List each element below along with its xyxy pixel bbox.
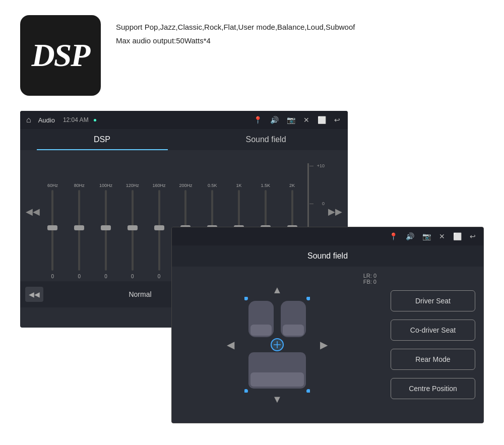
eq-band-60Hz: 60Hz0 — [40, 183, 65, 279]
tab-soundfield-label: Sound field — [245, 135, 286, 144]
freq-label-200Hz: 200Hz — [179, 183, 192, 188]
freq-label-1.5K: 1.5K — [261, 183, 271, 188]
val-label-160Hz: 0 — [158, 274, 161, 279]
slider-thumb-60Hz[interactable] — [47, 225, 57, 230]
slider-track-120Hz — [132, 190, 134, 271]
sf-tab-label: Sound field — [307, 251, 348, 261]
dsp-description: Support Pop,Jazz,Classic,Rock,Flat,User … — [116, 15, 355, 47]
soundfield-screen: 📍 🔊 📷 ✕ ⬜ ↩ Sound field LR: 0 FB: 0 ▲ ▼ — [171, 227, 484, 423]
freq-label-0.5K: 0.5K — [208, 183, 217, 188]
svg-rect-5 — [250, 372, 304, 387]
arrow-up[interactable]: ▲ — [272, 284, 282, 296]
camera-icon[interactable]: 📷 — [287, 116, 295, 124]
sf-content: LR: 0 FB: 0 ▲ ▼ ◀ ▶ — [172, 267, 483, 423]
sf-window-icon[interactable]: ⬜ — [453, 232, 462, 240]
svg-rect-3 — [283, 325, 304, 336]
tab-dsp-label: DSP — [94, 135, 110, 144]
eq-band-80Hz: 80Hz0 — [67, 183, 92, 279]
home-icon[interactable]: ⌂ — [26, 115, 31, 124]
sf-status-bar: 📍 🔊 📷 ✕ ⬜ ↩ — [172, 227, 483, 245]
svg-point-8 — [244, 389, 248, 393]
freq-label-120Hz: 120Hz — [126, 183, 139, 188]
co-driver-seat-button[interactable]: Co-driver Seat — [391, 320, 475, 341]
sf-camera-icon[interactable]: 📷 — [422, 232, 431, 240]
freq-label-60Hz: 60Hz — [47, 183, 58, 188]
dsp-tab-bar: DSP Sound field — [20, 129, 348, 150]
screens-container: ⌂ Audio 12:04 AM 📍 🔊 📷 ✕ ⬜ ↩ DSP Sound f… — [20, 111, 484, 423]
arrow-down[interactable]: ▼ — [272, 394, 282, 405]
sf-location-icon[interactable]: 📍 — [389, 232, 398, 240]
back-icon[interactable]: ↩ — [334, 116, 340, 124]
top-section: DSP Support Pop,Jazz,Classic,Rock,Flat,U… — [0, 0, 504, 106]
audio-title: Audio — [38, 116, 55, 124]
dsp-status-bar: ⌂ Audio 12:04 AM 📍 🔊 📷 ✕ ⬜ ↩ — [20, 111, 348, 129]
slider-track-160Hz — [158, 190, 160, 271]
sf-car-diagram: ▲ ▼ ◀ ▶ — [227, 284, 328, 405]
val-label-120Hz: 0 — [131, 274, 134, 279]
sf-coords: LR: 0 FB: 0 — [363, 273, 376, 285]
volume-icon[interactable]: 🔊 — [270, 116, 279, 124]
val-label-100Hz: 0 — [104, 274, 107, 279]
eq-prev-button[interactable]: ◀◀ — [25, 287, 43, 302]
sf-back-icon[interactable]: ↩ — [470, 232, 476, 240]
window-icon[interactable]: ⬜ — [318, 116, 326, 124]
dsp-logo-text: DSP — [32, 37, 90, 74]
svg-point-6 — [244, 297, 248, 300]
location-icon[interactable]: 📍 — [254, 116, 262, 124]
car-seats-svg — [244, 297, 310, 393]
eq-band-160Hz: 160Hz0 — [147, 183, 171, 279]
dsp-logo: DSP — [20, 15, 101, 96]
driver-seat-button[interactable]: Driver Seat — [391, 290, 475, 311]
close-icon[interactable]: ✕ — [303, 116, 309, 124]
freq-label-1K: 1K — [236, 183, 241, 188]
arrow-left[interactable]: ◀ — [227, 339, 234, 351]
slider-track-80Hz — [78, 190, 80, 271]
slider-thumb-100Hz[interactable] — [101, 225, 111, 230]
slider-thumb-80Hz[interactable] — [74, 225, 84, 230]
freq-label-2K: 2K — [289, 183, 295, 188]
tab-dsp[interactable]: DSP — [20, 129, 184, 150]
sf-close-icon[interactable]: ✕ — [439, 232, 445, 240]
sf-buttons: Driver Seat Co-driver Seat Rear Mode Cen… — [383, 267, 483, 423]
status-dot — [94, 119, 96, 121]
fb-coord: FB: 0 — [363, 279, 376, 285]
val-label-80Hz: 0 — [78, 274, 81, 279]
freq-label-100Hz: 100Hz — [99, 183, 112, 188]
time-display: 12:04 AM — [63, 116, 89, 123]
slider-track-60Hz — [51, 190, 53, 271]
lr-coord: LR: 0 — [363, 273, 376, 279]
sf-volume-icon[interactable]: 🔊 — [406, 232, 414, 240]
sf-visual: LR: 0 FB: 0 ▲ ▼ ◀ ▶ — [172, 267, 383, 423]
description-line1: Support Pop,Jazz,Classic,Rock,Flat,User … — [116, 20, 355, 34]
svg-rect-1 — [250, 325, 272, 336]
arrow-right[interactable]: ▶ — [320, 339, 328, 351]
eq-left-arrow[interactable]: ◀◀ — [25, 149, 40, 274]
sf-tab-bar: Sound field — [172, 245, 483, 267]
tab-soundfield[interactable]: Sound field — [184, 129, 348, 150]
description-line2: Max audio output:50Watts*4 — [116, 34, 355, 47]
rear-mode-button[interactable]: Rear Mode — [391, 349, 475, 370]
slider-track-100Hz — [105, 190, 107, 271]
slider-thumb-160Hz[interactable] — [154, 225, 164, 230]
freq-label-160Hz: 160Hz — [153, 183, 166, 188]
svg-point-9 — [306, 389, 310, 393]
eq-band-100Hz: 100Hz0 — [94, 183, 118, 279]
val-label-60Hz: 0 — [51, 274, 54, 279]
centre-position-button[interactable]: Centre Position — [391, 378, 475, 399]
svg-point-7 — [306, 297, 310, 300]
freq-label-80Hz: 80Hz — [74, 183, 85, 188]
car-seats — [244, 297, 310, 393]
eq-band-120Hz: 120Hz0 — [120, 183, 145, 279]
slider-thumb-120Hz[interactable] — [128, 225, 138, 230]
